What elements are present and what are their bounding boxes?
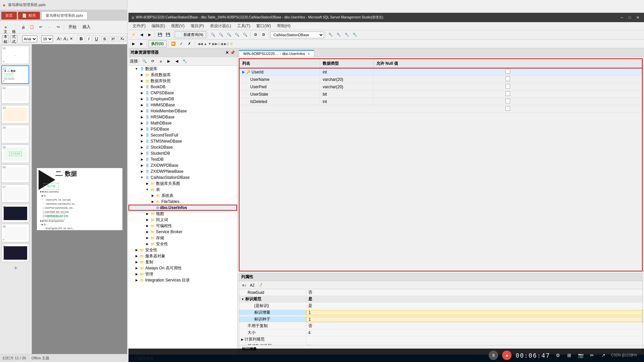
null-checkbox[interactable] — [505, 99, 510, 103]
tb-save-icon[interactable]: 💾 — [156, 31, 164, 39]
tb-icon8[interactable]: 🔧 — [327, 31, 334, 39]
tree-item-second[interactable]: ▶ 🗄 SecondTestFull — [128, 132, 237, 138]
tree-item-zxidwpnew[interactable]: ▶ 🗄 ZXIDWPNewBase — [128, 168, 237, 174]
new-query-button[interactable]: 📄 新建查询(N) — [175, 31, 206, 38]
tree-item-employee[interactable]: ▶ 🗄 EmployeeDB — [128, 96, 237, 102]
font-size-select[interactable]: 18 — [41, 36, 53, 42]
tb2-icon5[interactable]: ✗ — [186, 40, 193, 48]
tb-icon7[interactable]: ⚙ — [260, 31, 267, 39]
tree-item-sysdb[interactable]: ▶ 📁 系统数据库 — [128, 72, 237, 78]
tb2-icon1[interactable]: ▶ — [130, 40, 137, 48]
tb-icon3[interactable]: 🔍 — [225, 31, 233, 39]
subscript-icon[interactable]: X₂ — [118, 36, 126, 42]
table-row[interactable]: UserState bit — [239, 91, 642, 98]
oe-refresh-icon[interactable]: ⟳ — [149, 58, 156, 65]
slide-thumb-17[interactable]: 17 — [1, 184, 29, 203]
cell-type[interactable]: varchar(20) — [320, 76, 374, 83]
tree-item-replication[interactable]: ▶ 📁 复制 — [128, 259, 237, 265]
slide-thumb-14[interactable]: 14 — [1, 125, 29, 143]
tree-item-math[interactable]: ▶ 🗄 MathDBase — [128, 120, 237, 126]
ppt-tab-home[interactable]: 首页 — [1, 12, 17, 19]
redo-icon[interactable]: ↪ — [54, 23, 62, 31]
underline-button[interactable]: U — [93, 36, 100, 42]
pause-button[interactable]: ⏸ — [489, 351, 498, 360]
tb2-icon2[interactable]: ▶ — [138, 40, 145, 48]
tree-item-cainiao[interactable]: ▼ 🗄 CaiNiaoStationDBase — [128, 174, 237, 180]
increase-font-icon[interactable]: A↑ — [57, 36, 62, 41]
tb-icon10[interactable]: 🔧 — [343, 31, 351, 39]
oe-icon2[interactable]: ▶ — [165, 58, 172, 65]
connect-label[interactable]: 连接· — [130, 58, 139, 64]
slide-thumb-11[interactable]: 11 ▶ 二. 数据 用户表 dbo.UserInfos ★ — [1, 65, 29, 84]
menu-edit[interactable]: 编辑(E) — [149, 22, 168, 30]
font-family-select[interactable]: Arial — [22, 36, 37, 42]
cell-type[interactable]: varchar(20) — [320, 84, 374, 90]
tree-item-systables[interactable]: ▶ 📁 系统表 — [128, 193, 237, 199]
close-btn[interactable]: ✕ — [634, 15, 641, 20]
slide-thumb-13[interactable]: 13 — [1, 105, 29, 123]
ppt-tab-file[interactable]: 菜鸟驿站管理系统.pptx — [41, 11, 88, 20]
tb-icon9[interactable]: 🔧 — [335, 31, 342, 39]
tree-item-snapshot[interactable]: ▶ 📁 数据库快照 — [128, 78, 237, 84]
tree-item-bookdb[interactable]: ▶ 🗄 BookDB — [128, 84, 237, 90]
menu-project[interactable]: 项目(P) — [188, 22, 207, 30]
menu-tools[interactable]: 工具(T) — [234, 22, 253, 30]
print-icon[interactable]: 🖨 — [19, 23, 27, 31]
menu-file[interactable]: 文件(F) — [130, 22, 148, 30]
tree-item-psi[interactable]: ▶ 🗄 PSIDBase — [128, 126, 237, 132]
tb-fwd-icon[interactable]: ▶ — [146, 31, 153, 39]
tree-item-diagram[interactable]: ▶ 📁 数据库关系图 — [128, 180, 237, 187]
camera-icon[interactable]: 📷 — [577, 352, 584, 359]
prop-row[interactable]: RowGuid 否 — [239, 289, 642, 296]
stop-button[interactable]: ■ — [502, 351, 512, 360]
tree-item-filetables[interactable]: ▶ 📁 FileTables — [128, 199, 237, 205]
clear-format-icon[interactable]: ✕ — [70, 37, 73, 41]
tree-item-student[interactable]: ▶ 🗄 StudentDB — [128, 150, 237, 156]
table-row[interactable] — [239, 105, 642, 113]
tree-item-storage[interactable]: ▶ 📁 存储 — [128, 235, 237, 241]
tree-item-service-broker[interactable]: ▶ 📁 Service Broker — [128, 229, 237, 235]
minimize-btn[interactable]: ─ — [619, 15, 626, 19]
cell-type[interactable]: int — [320, 99, 374, 105]
table-row[interactable]: ▶ 🔑 UserId int — [239, 68, 642, 76]
props-alpha-icon[interactable]: AZ — [249, 281, 256, 289]
tab-userinfos[interactable]: WIN-9OBPSIJJ220.... - dbo.UserInfos ✕ — [239, 50, 314, 57]
prop-row-section[interactable]: ▼ 标识规范 是 — [239, 296, 642, 303]
execute-button[interactable]: 执行(X) — [148, 40, 167, 47]
slide-thumb-12[interactable]: 12 — [1, 85, 29, 104]
oe-filter-icon[interactable]: 🔍 — [141, 58, 148, 65]
tree-item-security[interactable]: ▶ 📁 安全性 — [128, 247, 237, 253]
prop-row[interactable]: 大小 4 — [239, 329, 642, 336]
null-checkbox[interactable] — [505, 91, 510, 96]
decrease-font-icon[interactable]: A↓ — [63, 36, 68, 41]
layout-icon[interactable]: ⊞ — [566, 352, 573, 359]
tab-close-icon[interactable]: ✕ — [307, 52, 310, 56]
prop-row[interactable]: ▶ 计算列规范 — [239, 336, 642, 343]
tree-item-cnps[interactable]: ▶ 🗄 CNPSDBase — [128, 90, 237, 96]
copy-icon[interactable]: 📋 — [28, 23, 36, 31]
oe-icon3[interactable]: ◀ — [173, 58, 180, 65]
slide-thumb-16[interactable]: 16 — [1, 164, 29, 183]
pen-icon[interactable]: ✏ — [588, 352, 596, 359]
insert-button[interactable]: 插入 — [80, 23, 93, 31]
obj-pin-icon[interactable]: 📌 — [230, 50, 235, 55]
tb2-icon4[interactable]: ✓ — [178, 40, 185, 48]
italic-button[interactable]: I — [86, 36, 92, 42]
cell-type[interactable]: int — [320, 69, 374, 75]
tree-item-tables-folder[interactable]: ▼ 📁 表 — [128, 187, 237, 193]
bold-button[interactable]: B — [77, 36, 85, 42]
null-checkbox[interactable] — [505, 69, 510, 74]
begin-button[interactable]: 开始 — [66, 23, 79, 31]
tb-back-icon[interactable]: ◀ — [138, 31, 145, 39]
undo2-icon[interactable]: · — [46, 23, 53, 31]
null-checkbox[interactable] — [505, 106, 510, 111]
null-checkbox[interactable] — [505, 76, 510, 81]
menu-table-designer[interactable]: 表设计器(L) — [207, 22, 234, 30]
add-slide-button[interactable]: + — [1, 263, 30, 273]
tb-icon4[interactable]: 🔍 — [233, 31, 241, 39]
table-row[interactable]: IsDeleted int — [239, 98, 642, 105]
menu-view[interactable]: 视图(V) — [168, 22, 187, 30]
tree-item-testdb[interactable]: ▶ 🗄 TestDB — [128, 156, 237, 162]
tree-item-server-objects[interactable]: ▶ 📁 服务器对象 — [128, 253, 237, 259]
tb-icon1[interactable]: 🔍 — [209, 31, 217, 39]
